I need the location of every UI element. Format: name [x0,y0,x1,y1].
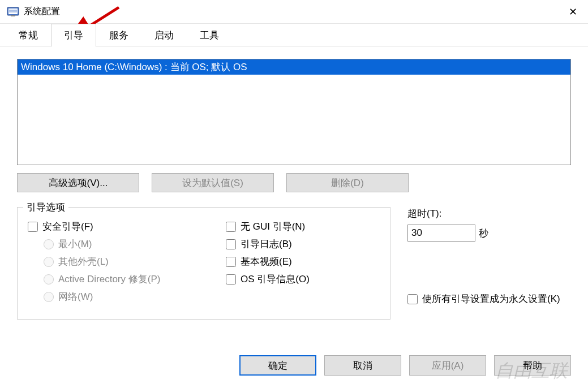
network-radio: 网络(W) [44,290,226,303]
set-default-button: 设为默认值(S) [152,173,274,192]
alt-shell-radio: 其他外壳(L) [44,255,226,268]
boot-os-selected[interactable]: Windows 10 Home (C:\Windows) : 当前 OS; 默认… [18,59,570,75]
tab-tools[interactable]: 工具 [187,24,232,46]
minimal-radio: 最小(M) [44,238,226,251]
tab-general[interactable]: 常规 [6,24,51,46]
timeout-column: 超时(T): 秒 使所有引导设置成为永久设置(K) [407,207,571,320]
tab-startup[interactable]: 启动 [141,24,187,46]
permanent-checkbox[interactable]: 使所有引导设置成为永久设置(K) [407,292,571,305]
dialog-button-row: 确定 取消 应用(A) 帮助 [239,355,571,376]
os-boot-info-input[interactable] [226,274,236,284]
boot-log-input[interactable] [226,239,236,249]
timeout-input[interactable] [407,225,475,242]
ad-repair-input [44,274,54,284]
advanced-options-button[interactable]: 高级选项(V)... [17,173,139,192]
network-input [44,292,54,302]
safe-boot-input[interactable] [28,222,38,232]
close-button[interactable]: ✕ [560,0,586,24]
timeout-unit: 秒 [479,227,488,240]
ok-button[interactable]: 确定 [239,355,316,376]
svg-rect-1 [8,8,18,14]
boot-options-legend: 引导选项 [23,201,68,214]
lower-panel: 引导选项 安全引导(F) 最小(M) 其他外壳(L) [17,207,571,320]
delete-button: 删除(D) [286,173,409,192]
timeout-label: 超时(T): [407,207,571,220]
alt-shell-input [44,257,54,267]
base-video-input[interactable] [226,257,236,267]
base-video-checkbox[interactable]: 基本视频(E) [226,255,373,268]
titlebar: 系统配置 ✕ [0,0,588,24]
no-gui-checkbox[interactable]: 无 GUI 引导(N) [226,220,373,233]
tab-boot[interactable]: 引导 [51,24,96,47]
apply-button: 应用(A) [409,355,486,376]
minimal-input [44,239,54,249]
app-icon [7,6,19,18]
boot-log-checkbox[interactable]: 引导日志(B) [226,238,373,251]
boot-options-group: 引导选项 安全引导(F) 最小(M) 其他外壳(L) [17,207,390,320]
os-boot-info-checkbox[interactable]: OS 引导信息(O) [226,273,373,286]
ad-repair-radio: Active Directory 修复(P) [44,273,226,286]
cancel-button[interactable]: 取消 [324,355,401,376]
boot-action-row: 高级选项(V)... 设为默认值(S) 删除(D) [17,173,571,192]
boot-os-list[interactable]: Windows 10 Home (C:\Windows) : 当前 OS; 默认… [17,59,571,165]
tab-strip: 常规 引导 服务 启动 工具 [0,24,588,46]
permanent-input[interactable] [407,294,418,304]
window-title: 系统配置 [24,6,560,18]
tab-services[interactable]: 服务 [96,24,141,46]
safe-boot-checkbox[interactable]: 安全引导(F) [28,220,226,233]
svg-rect-4 [11,15,15,16]
no-gui-input[interactable] [226,222,236,232]
help-button[interactable]: 帮助 [494,355,571,376]
tab-content: Windows 10 Home (C:\Windows) : 当前 OS; 默认… [0,46,588,325]
